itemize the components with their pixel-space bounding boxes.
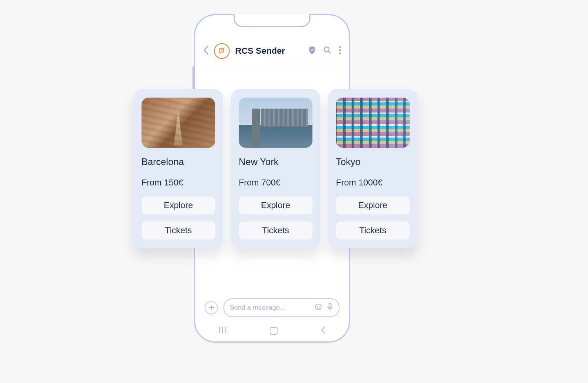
app-header: RCS Sender: [203, 38, 341, 64]
system-nav-bar: [219, 327, 325, 335]
nav-recents-icon[interactable]: [219, 327, 227, 335]
explore-button[interactable]: Explore: [336, 196, 410, 214]
svg-rect-7: [329, 303, 331, 308]
add-attachment-icon[interactable]: [205, 301, 218, 314]
tickets-button[interactable]: Tickets: [142, 221, 215, 240]
destination-carousel[interactable]: Barcelona From 150€ Explore Tickets New …: [134, 89, 417, 248]
emoji-icon[interactable]: [314, 303, 322, 312]
nav-home-icon[interactable]: [270, 327, 278, 335]
message-input[interactable]: Send a message...: [223, 298, 339, 317]
destination-title: New York: [239, 156, 312, 167]
brand-logo-icon: [214, 43, 230, 59]
destination-title: Tokyo: [336, 156, 410, 167]
svg-point-1: [339, 46, 341, 48]
explore-button[interactable]: Explore: [142, 196, 215, 214]
svg-point-5: [317, 306, 318, 307]
svg-point-6: [319, 306, 320, 307]
back-icon[interactable]: [203, 45, 209, 56]
destination-card[interactable]: Barcelona From 150€ Explore Tickets: [134, 89, 223, 248]
svg-point-4: [316, 304, 321, 310]
destination-title: Barcelona: [142, 156, 215, 167]
destination-card[interactable]: New York From 700€ Explore Tickets: [231, 89, 320, 248]
destination-card[interactable]: Tokyo From 1000€ Explore Tickets: [328, 89, 417, 248]
destination-image: [239, 98, 312, 148]
destination-image: [142, 98, 215, 148]
message-placeholder: Send a message...: [230, 304, 285, 312]
tickets-button[interactable]: Tickets: [336, 221, 410, 240]
explore-button[interactable]: Explore: [239, 196, 312, 214]
svg-point-2: [339, 49, 341, 51]
nav-back-icon[interactable]: [321, 327, 325, 335]
tickets-button[interactable]: Tickets: [239, 221, 312, 240]
destination-price: From 700€: [239, 178, 312, 188]
phone-side-button: [192, 66, 194, 90]
search-icon[interactable]: [323, 46, 332, 56]
verified-shield-icon: [308, 46, 316, 56]
svg-point-3: [339, 53, 341, 54]
phone-notch: [234, 14, 310, 27]
message-composer: Send a message...: [205, 298, 339, 317]
destination-price: From 150€: [142, 178, 215, 188]
destination-image: [336, 98, 410, 148]
microphone-icon[interactable]: [327, 303, 333, 312]
app-title: RCS Sender: [235, 46, 285, 56]
more-options-icon[interactable]: [339, 46, 341, 56]
destination-price: From 1000€: [336, 178, 410, 188]
